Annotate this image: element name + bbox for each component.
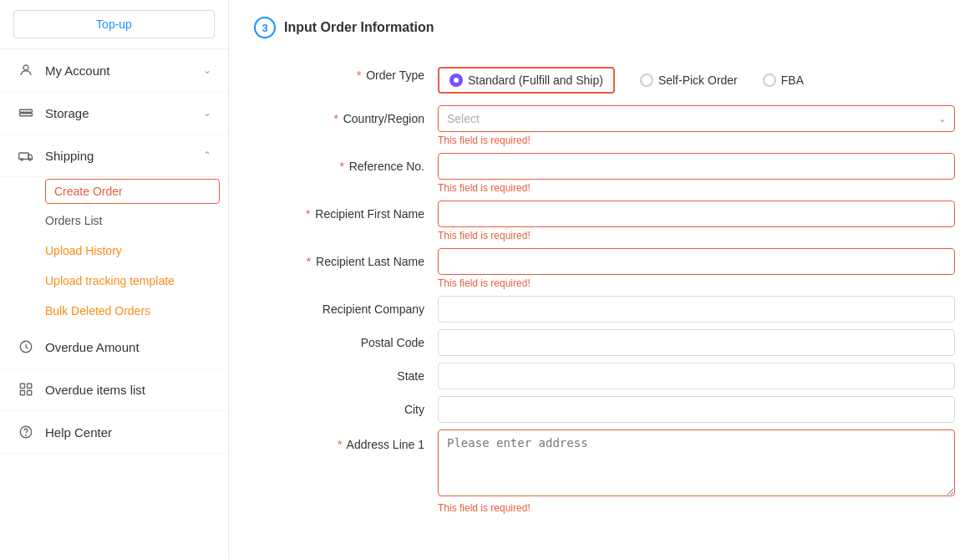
sidebar-item-upload-tracking[interactable]: Upload tracking template [45,266,228,296]
reference-control-wrap: This field is required! [438,153,955,194]
required-marker: * [357,69,361,82]
chevron-down-icon: ⌄ [203,64,211,76]
recipient-last-input[interactable] [438,248,955,275]
order-type-label: * Order Type [254,62,438,82]
sidebar-item-help-center-label: Help Center [45,425,211,440]
sidebar-item-storage-label: Storage [45,106,203,120]
recipient-first-control-wrap: This field is required! [438,201,955,241]
city-input[interactable] [438,396,955,423]
sidebar-item-bulk-deleted[interactable]: Bulk Deleted Orders [45,296,228,326]
sidebar-item-storage[interactable]: Storage ⌄ [0,92,228,135]
overdue-amount-icon [17,338,35,356]
country-select[interactable]: Select [438,105,955,132]
recipient-last-label: * Recipient Last Name [254,248,438,268]
sidebar-item-overdue-items[interactable]: Overdue items list [0,368,228,411]
recipient-first-error: This field is required! [438,230,955,241]
recipient-last-error: This field is required! [438,277,955,289]
city-control-wrap [438,396,955,423]
reference-label: * Reference No. [254,153,438,173]
country-error: This field is required! [438,135,955,146]
sidebar-item-overdue-amount-label: Overdue Amount [45,340,211,354]
postal-label: Postal Code [254,329,438,349]
sidebar: Top-up My Account ⌄ Storage ⌄ [0,0,229,559]
recipient-first-input[interactable] [438,201,955,227]
order-type-row: * Order Type Standard (Fulfill and Ship)… [254,62,955,94]
recipient-first-row: * Recipient First Name This field is req… [254,201,955,241]
svg-rect-2 [20,114,33,116]
state-row: State [254,363,955,389]
reference-input[interactable] [438,153,955,180]
city-row: City [254,396,955,423]
step-header: 3 Input Order Information [254,17,955,38]
radio-fba[interactable]: FBA [763,74,804,87]
svg-point-14 [26,434,27,435]
address-error: This field is required! [438,502,955,514]
svg-rect-10 [28,384,32,388]
radio-fba-dot [763,74,776,87]
shipping-icon [17,146,35,165]
country-label: * Country/Region [254,105,438,125]
sidebar-item-create-order[interactable]: Create Order [45,179,220,204]
radio-self-pick[interactable]: Self-Pick Order [640,74,738,87]
sidebar-item-my-account-label: My Account [45,64,203,78]
storage-icon [17,104,35,122]
postal-input[interactable] [438,329,955,356]
topup-section: Top-up [0,0,228,49]
sidebar-item-my-account[interactable]: My Account ⌄ [0,49,228,92]
country-row: * Country/Region Select ⌄ This field is … [254,105,955,146]
country-select-wrap: Select ⌄ [438,105,955,132]
svg-rect-11 [20,391,24,395]
svg-point-0 [23,65,28,70]
step-title: Input Order Information [284,20,434,35]
sidebar-item-overdue-amount[interactable]: Overdue Amount [0,326,228,368]
city-label: City [254,396,438,416]
sidebar-item-overdue-items-label: Overdue items list [45,383,211,397]
chevron-up-icon: ⌃ [203,150,211,161]
radio-standard[interactable]: Standard (Fulfill and Ship) [438,67,615,94]
step-number: 3 [254,17,276,38]
user-icon [17,61,35,79]
sidebar-item-shipping[interactable]: Shipping ⌃ [0,135,228,177]
radio-self-pick-dot [640,74,653,87]
svg-rect-9 [20,384,24,388]
svg-rect-1 [20,109,33,112]
shipping-submenu: Create Order Orders List Upload History … [0,179,228,326]
reference-row: * Reference No. This field is required! [254,153,955,194]
state-label: State [254,363,438,383]
main-content: 3 Input Order Information * Order Type S… [229,0,980,559]
recipient-company-row: Recipient Company [254,296,955,323]
sidebar-item-orders-list[interactable]: Orders List [45,206,228,236]
svg-rect-5 [19,153,28,160]
order-type-radio-group: Standard (Fulfill and Ship) Self-Pick Or… [438,62,955,94]
country-control-wrap: Select ⌄ This field is required! [438,105,955,146]
recipient-last-control-wrap: This field is required! [438,248,955,289]
state-input[interactable] [438,363,955,389]
address-label: * Address Line 1 [254,429,438,451]
help-icon [17,423,35,441]
sidebar-item-shipping-label: Shipping [45,149,203,163]
address-control-wrap: This field is required! [438,429,955,514]
address-row: * Address Line 1 This field is required! [254,429,955,514]
svg-rect-12 [28,391,32,395]
nav-section: My Account ⌄ Storage ⌄ Shipping ⌃ [0,49,228,454]
radio-standard-dot [449,74,463,87]
recipient-company-control-wrap [438,296,955,323]
postal-row: Postal Code [254,329,955,356]
overdue-items-icon [17,380,35,399]
sidebar-item-upload-history[interactable]: Upload History [45,236,228,266]
postal-control-wrap [438,329,955,356]
recipient-company-label: Recipient Company [254,296,438,316]
recipient-first-label: * Recipient First Name [254,201,438,221]
reference-error: This field is required! [438,182,955,194]
order-type-controls: Standard (Fulfill and Ship) Self-Pick Or… [438,62,955,94]
address-textarea[interactable] [438,429,955,496]
sidebar-item-help-center[interactable]: Help Center [0,411,228,454]
state-control-wrap [438,363,955,389]
chevron-down-icon: ⌄ [203,107,211,119]
recipient-last-row: * Recipient Last Name This field is requ… [254,248,955,289]
topup-button[interactable]: Top-up [13,10,215,38]
recipient-company-input[interactable] [438,296,955,323]
